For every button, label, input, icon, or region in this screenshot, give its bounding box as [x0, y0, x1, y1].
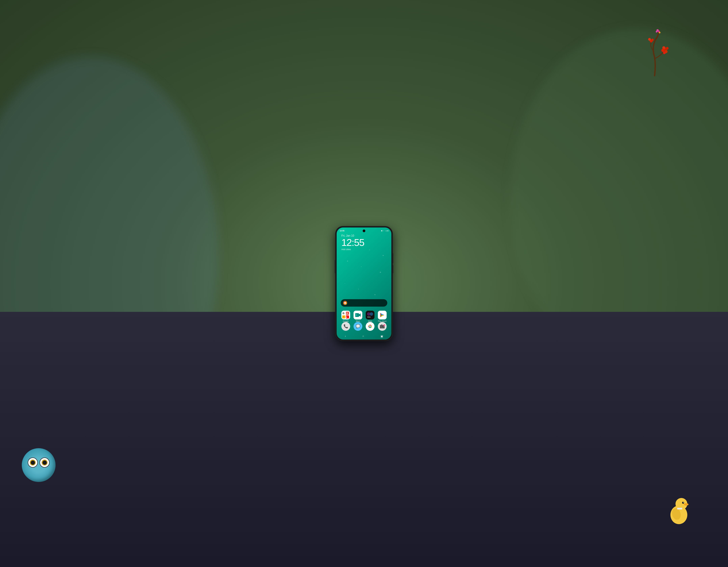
app-item-google[interactable]: G M 📍 ▶ Google	[341, 311, 351, 322]
wifi-icon: ▲	[385, 230, 387, 232]
dock-phone[interactable]: 📞	[341, 322, 351, 331]
dock-row: 📞 💬	[340, 322, 388, 331]
app-item-meet[interactable]: Meet	[353, 311, 363, 322]
scene: 12:55 ▣ ○ · ▲ ▮ Fri, Jan 10 12:55 Add ci…	[0, 0, 728, 567]
meet-icon	[354, 311, 362, 319]
branch-decoration	[639, 28, 670, 79]
svg-point-3	[661, 49, 665, 52]
svg-point-12	[659, 32, 660, 33]
status-bar: 12:55 ▣ ○ · ▲ ▮	[337, 228, 391, 233]
google-folder-icon: G M 📍 ▶	[341, 311, 350, 319]
svg-text:▶: ▶	[346, 316, 348, 318]
app-row-1: G M 📍 ▶ Google	[340, 311, 388, 322]
add-cities-button[interactable]: Add cities	[341, 248, 364, 251]
svg-rect-51	[677, 508, 682, 509]
recents-button[interactable]: ▣	[379, 333, 384, 339]
svg-point-25	[371, 313, 372, 315]
back-button[interactable]: ‹	[344, 333, 347, 339]
dot-icon: ·	[385, 230, 385, 232]
svg-point-41	[382, 326, 383, 327]
status-icons: ▣ ○ · ▲ ▮	[381, 230, 388, 232]
owl-decoration	[22, 448, 56, 482]
svg-text:M: M	[346, 312, 348, 314]
phone-container: 12:55 ▣ ○ · ▲ ▮ Fri, Jan 10 12:55 Add ci…	[335, 226, 393, 341]
app-item-moto[interactable]: Moto Moto	[365, 311, 375, 322]
search-bar[interactable]	[341, 299, 387, 306]
svg-rect-20	[356, 314, 357, 316]
svg-point-48	[683, 502, 684, 503]
svg-text:Moto: Moto	[367, 316, 371, 318]
svg-point-11	[656, 31, 657, 33]
svg-text:📍: 📍	[342, 316, 345, 318]
camera-icon: ○	[383, 230, 384, 232]
phone-screen: 12:55 ▣ ○ · ▲ ▮ Fri, Jan 10 12:55 Add ci…	[337, 228, 391, 339]
dock-chrome[interactable]	[365, 322, 375, 331]
dock: 📞 💬	[337, 322, 391, 331]
dock-camera[interactable]: AI	[377, 322, 387, 331]
notification-icon: ▣	[381, 230, 383, 232]
dock-messages[interactable]: 💬	[353, 322, 363, 331]
owl-eye-right	[40, 457, 50, 468]
status-time: 12:55	[340, 230, 344, 232]
app-grid: G M 📍 ▶ Google	[337, 311, 391, 323]
svg-point-24	[368, 313, 369, 315]
duckduckgo-icon	[343, 301, 347, 305]
power-button[interactable]	[393, 253, 393, 263]
svg-point-49	[684, 503, 688, 506]
chrome-app-icon	[366, 322, 374, 331]
svg-text:💬: 💬	[356, 324, 360, 328]
phone-app-icon: 📞	[341, 322, 350, 331]
table-surface	[0, 312, 728, 567]
svg-text:📞: 📞	[344, 324, 348, 328]
playstore-icon	[378, 311, 387, 319]
moto-icon: Moto	[366, 311, 374, 319]
svg-rect-21	[366, 311, 374, 319]
nav-bar: ‹ ○ ▣	[337, 333, 391, 339]
svg-point-2	[666, 47, 669, 50]
volume-up-button[interactable]	[335, 260, 335, 274]
svg-text:AI: AI	[384, 325, 385, 326]
owl-eye-left	[28, 457, 38, 468]
svg-point-5	[663, 51, 666, 54]
svg-point-37	[370, 326, 371, 327]
duck-decoration	[666, 488, 692, 522]
svg-point-47	[682, 502, 684, 504]
clock-widget[interactable]: Fri, Jan 10 12:55 Add cities	[341, 234, 364, 251]
svg-point-7	[648, 38, 651, 41]
phone: 12:55 ▣ ○ · ▲ ▮ Fri, Jan 10 12:55 Add ci…	[335, 226, 393, 341]
svg-text:G: G	[343, 312, 344, 314]
svg-rect-42	[381, 324, 382, 325]
clock-date: Fri, Jan 10	[341, 234, 364, 237]
svg-point-8	[651, 39, 654, 41]
battery-icon: ▮	[387, 230, 388, 232]
clock-time: 12:55	[341, 238, 364, 248]
home-button[interactable]: ○	[361, 333, 365, 339]
messages-app-icon: 💬	[354, 322, 362, 331]
camera-app-icon: AI	[378, 322, 387, 331]
app-item-playstore[interactable]: Play Store	[377, 311, 387, 322]
volume-down-button[interactable]	[393, 265, 393, 274]
